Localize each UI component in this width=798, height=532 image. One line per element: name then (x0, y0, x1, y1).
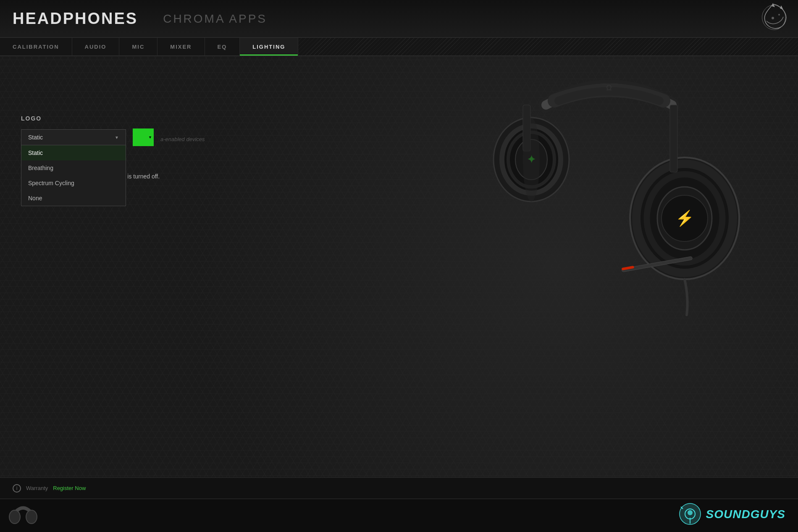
soundguys-logo: SOUNDGUYS (679, 503, 785, 526)
section-label: LOGO (21, 115, 777, 122)
tab-mic[interactable]: MIC (119, 38, 158, 55)
warranty-info-icon: i (13, 484, 21, 493)
dropdown-selected[interactable]: Static ▼ (21, 129, 126, 145)
color-picker-button[interactable] (133, 128, 154, 146)
main-content: LOGO Static ▼ Static Breathing Spectrum … (0, 56, 798, 532)
bottom-bar: SOUNDGUYS (0, 498, 798, 532)
dropdown-item-none[interactable]: None (21, 191, 126, 206)
warranty-bar: i Warranty Register Now (0, 477, 798, 498)
tab-eq[interactable]: EQ (205, 38, 240, 55)
tab-mixer[interactable]: MIXER (158, 38, 205, 55)
warranty-text: Warranty (26, 485, 48, 491)
header: HEADPHONES CHROMA APPS (0, 0, 798, 38)
tab-lighting[interactable]: LIGHTING (240, 38, 298, 55)
headphone-thumbnail (8, 501, 38, 530)
chroma-apps-title: CHROMA APPS (163, 12, 267, 26)
dropdown-menu: Static Breathing Spectrum Cycling None (21, 145, 126, 206)
dropdown-item-static[interactable]: Static (21, 145, 126, 160)
checkbox-row: ✓ Switch off all lighting when display i… (21, 171, 777, 181)
chroma-hint: a-enabled devices (160, 136, 205, 142)
effect-dropdown[interactable]: Static ▼ Static Breathing Spectrum Cycli… (21, 129, 126, 145)
razer-logo (756, 2, 790, 35)
dropdown-item-breathing[interactable]: Breathing (21, 160, 126, 176)
logo-section: LOGO Static ▼ Static Breathing Spectrum … (21, 115, 777, 181)
tab-audio[interactable]: AUDIO (72, 38, 120, 55)
svg-point-22 (26, 510, 37, 524)
app-title: HEADPHONES (13, 10, 138, 28)
soundguys-icon (679, 503, 702, 526)
svg-point-25 (688, 510, 693, 515)
dropdown-row: Static ▼ Static Breathing Spectrum Cycli… (21, 128, 777, 146)
svg-point-1 (778, 14, 780, 16)
soundguys-text: SOUNDGUYS (706, 508, 785, 521)
warranty-register-link[interactable]: Register Now (53, 485, 86, 491)
nav-decoration (298, 38, 798, 55)
svg-point-21 (9, 510, 20, 524)
dropdown-arrow-icon: ▼ (115, 135, 119, 140)
dropdown-item-spectrum-cycling[interactable]: Spectrum Cycling (21, 176, 126, 191)
tab-calibration[interactable]: CALIBRATION (0, 38, 72, 55)
svg-point-0 (772, 17, 774, 19)
nav-tabs: CALIBRATION AUDIO MIC MIXER EQ LIGHTING (0, 38, 798, 56)
